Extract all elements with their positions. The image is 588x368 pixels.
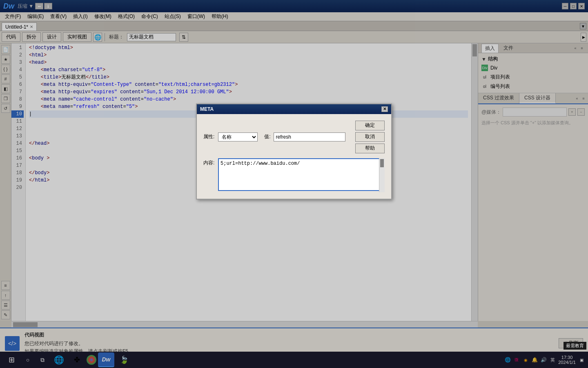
dialog-title-bar: META ✕	[197, 104, 391, 114]
dialog-ok-button[interactable]: 确定	[355, 121, 385, 130]
dialog-content-textarea[interactable]: 5;url=http://www.baidu.com/	[218, 158, 385, 191]
dialog-textarea-scrollbar[interactable]	[379, 158, 385, 192]
dialog-body: 属性: 名称 值: 确定 取消 帮助 内容: 5;url=http://www.…	[197, 114, 391, 199]
dialog-value-input[interactable]	[274, 132, 345, 141]
dialog-value-label: 值:	[264, 133, 270, 140]
dialog-buttons: 确定 取消 帮助	[355, 121, 385, 153]
dialog-close-button[interactable]: ✕	[381, 106, 388, 112]
dialog-help-button[interactable]: 帮助	[355, 144, 385, 153]
dialog-attr-label: 属性:	[203, 133, 215, 140]
watermark: 最需教育	[564, 342, 586, 350]
dialog-content-label: 内容:	[203, 159, 215, 166]
dialog-cancel-button[interactable]: 取消	[355, 132, 385, 142]
dialog-attr-select[interactable]: 名称	[218, 132, 258, 141]
dialog-attr-row: 属性: 名称 值: 确定 取消 帮助	[203, 121, 385, 153]
dialog-overlay: META ✕ 属性: 名称 值: 确定 取消 帮助	[0, 0, 588, 368]
dialog-textarea-wrapper: 5;url=http://www.baidu.com/	[218, 158, 385, 192]
dialog-title-text: META	[200, 106, 214, 112]
meta-dialog: META ✕ 属性: 名称 值: 确定 取消 帮助	[196, 103, 392, 200]
dialog-content-row: 内容: 5;url=http://www.baidu.com/	[203, 158, 385, 192]
